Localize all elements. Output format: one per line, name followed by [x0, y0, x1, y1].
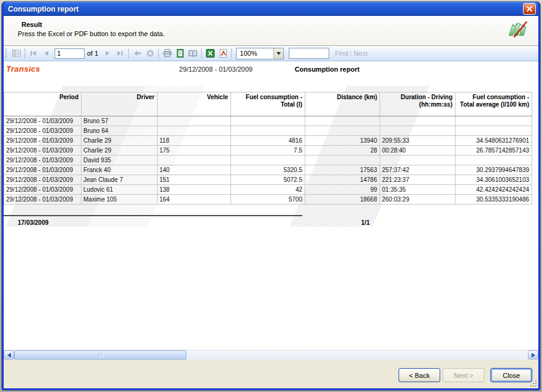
report-title: Consumption report	[267, 66, 387, 73]
table-cell: David 935	[82, 156, 158, 165]
table-cell: 260:03:29	[380, 195, 456, 205]
table-cell: 221:23:37	[380, 175, 456, 185]
page-setup-button[interactable]	[186, 47, 199, 59]
table-cell	[456, 116, 532, 126]
table-cell: 00:28:40	[380, 146, 456, 156]
column-header: Driver	[82, 92, 158, 116]
table-cell: 29/12/2008 - 01/03/2009	[4, 116, 82, 126]
table-cell: 34.5480631276901	[456, 136, 532, 146]
table-cell: 14786	[305, 175, 380, 185]
table-cell: 42	[231, 185, 305, 195]
export-excel-button[interactable]	[204, 47, 216, 59]
table-cell: 5700	[231, 195, 305, 205]
table-cell: 209:55:33	[380, 136, 456, 146]
chevron-down-icon	[277, 52, 281, 55]
scroll-right-icon	[532, 353, 535, 358]
scroll-left-icon	[7, 353, 11, 358]
table-row: 29/12/2008 - 01/03/2009Charlie 291184816…	[4, 136, 532, 146]
previous-page-icon	[43, 50, 50, 57]
toolbar-grip[interactable]	[5, 48, 8, 59]
column-header: Period	[4, 92, 82, 116]
horizontal-scrollbar[interactable]	[4, 350, 538, 360]
table-cell: Maxime 105	[82, 195, 158, 205]
table-row: 29/12/2008 - 01/03/2009Bruno 57	[4, 116, 532, 126]
back-button[interactable]: < Back	[399, 368, 440, 382]
column-header: Duration - Driving (hh:mm:ss)	[380, 92, 456, 116]
table-cell	[380, 116, 456, 126]
window-title: Consumption report	[8, 5, 523, 13]
scrollbar-track[interactable]	[186, 350, 528, 360]
table-row: 29/12/2008 - 01/03/2009Franck 401405320.…	[4, 165, 532, 175]
table-row: 29/12/2008 - 01/03/2009Ludovic 611384299…	[4, 185, 532, 195]
next-page-button[interactable]	[101, 47, 113, 59]
print-layout-button[interactable]	[174, 47, 186, 59]
find-link[interactable]: Find	[335, 50, 348, 57]
window-close-button[interactable]	[523, 3, 536, 15]
table-cell: 5320.5	[231, 165, 305, 175]
find-next-link[interactable]: Next	[354, 50, 368, 57]
scroll-left-button[interactable]	[4, 350, 14, 360]
toolbar-separator	[25, 48, 25, 59]
report-date-range: 29/12/2008 - 01/03/2009	[148, 66, 283, 73]
table-cell: 29/12/2008 - 01/03/2009	[4, 175, 82, 185]
dialog-client-area: Result Press the Excel or PDF button to …	[4, 16, 538, 388]
zoom-dropdown-button[interactable]	[273, 48, 283, 59]
print-layout-icon	[175, 48, 185, 58]
scroll-right-button[interactable]	[528, 350, 538, 360]
print-button[interactable]	[161, 47, 174, 59]
table-cell: 4816	[231, 136, 305, 146]
current-page-input[interactable]	[55, 48, 85, 59]
zoom-select[interactable]: 100%	[236, 48, 284, 59]
table-cell: 140	[158, 165, 231, 175]
column-header: Fuel consumption - Total (l)	[231, 92, 305, 116]
toolbar-separator	[158, 48, 159, 59]
table-cell: 30.5335333190486	[456, 195, 532, 205]
table-cell: Jean Claude 7	[82, 175, 158, 185]
dialog-button-bar: < Back Next > Close	[4, 360, 538, 388]
excel-icon	[205, 48, 215, 58]
table-cell: 5072.5	[231, 175, 305, 185]
table-cell: 01:35:35	[380, 185, 456, 195]
table-cell: 29/12/2008 - 01/03/2009	[4, 156, 82, 165]
resize-grip[interactable]	[529, 379, 537, 387]
table-cell: 42.4242424242424	[456, 185, 532, 195]
table-cell: 118	[158, 136, 231, 146]
wizard-header: Result Press the Excel or PDF button to …	[4, 16, 538, 46]
report-footer-page: 1/1	[347, 219, 384, 226]
find-next-separator: |	[350, 50, 352, 57]
table-cell: 13940	[305, 136, 380, 146]
previous-page-button[interactable]	[40, 47, 53, 59]
toolbar-separator	[201, 48, 202, 59]
table-cell	[158, 126, 231, 136]
table-cell: Bruno 64	[82, 126, 158, 136]
table-cell: 18668	[305, 195, 380, 205]
scrollbar-thumb[interactable]	[14, 350, 186, 360]
first-page-button[interactable]	[27, 47, 40, 59]
back-to-parent-button[interactable]	[131, 47, 143, 59]
export-pdf-button[interactable]	[216, 47, 229, 59]
title-bar: Consumption report	[4, 2, 538, 16]
last-page-icon	[116, 50, 124, 57]
table-cell	[158, 156, 231, 165]
table-cell: 164	[158, 195, 231, 205]
close-button[interactable]: Close	[490, 368, 532, 382]
last-page-button[interactable]	[113, 47, 126, 59]
table-cell: 29/12/2008 - 01/03/2009	[4, 185, 82, 195]
next-button[interactable]: Next >	[443, 368, 484, 382]
stop-rendering-button[interactable]	[143, 47, 156, 59]
table-cell: 30.2937994647839	[456, 165, 532, 175]
next-page-icon	[104, 50, 111, 57]
table-cell: 175	[158, 146, 231, 156]
document-map-button[interactable]	[10, 47, 23, 59]
find-text-input[interactable]	[289, 48, 329, 59]
table-cell: Charlie 29	[82, 136, 158, 146]
table-cell: Bruno 57	[82, 116, 158, 126]
report-toolbar: of 1	[4, 46, 538, 61]
table-cell: 29/12/2008 - 01/03/2009	[4, 136, 82, 146]
page-count-label: of 1	[87, 50, 98, 57]
table-cell	[380, 156, 456, 165]
table-cell	[380, 126, 456, 136]
table-cell: 138	[158, 185, 231, 195]
table-cell	[456, 156, 532, 165]
toolbar-separator	[128, 48, 129, 59]
